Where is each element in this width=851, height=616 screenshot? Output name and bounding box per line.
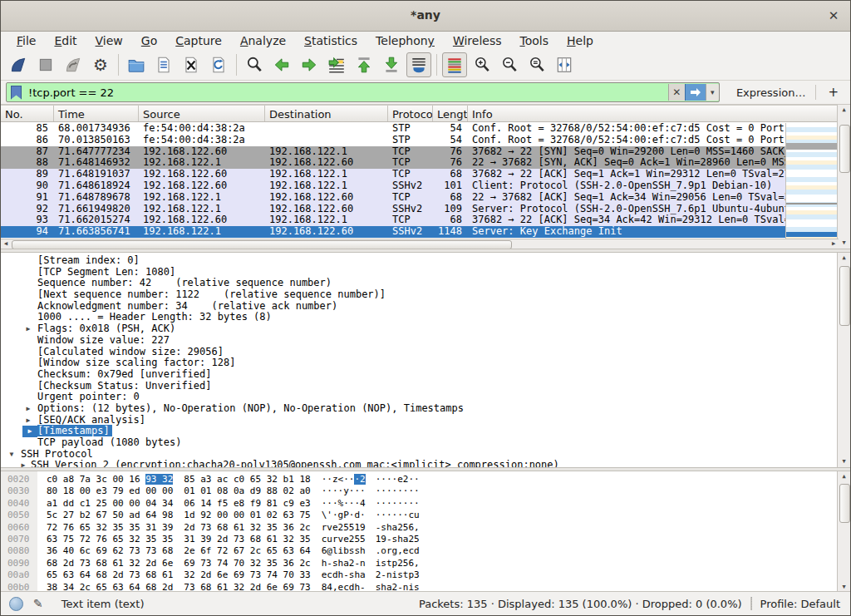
- menu-capture[interactable]: Capture: [166, 34, 231, 47]
- close-file-button[interactable]: [179, 52, 204, 77]
- go-back-button[interactable]: [269, 52, 294, 77]
- detail-line-ssh-protocol[interactable]: ▼SSH Protocol: [1, 449, 850, 461]
- detail-line[interactable]: [Stream index: 0]: [1, 255, 850, 267]
- detail-line[interactable]: Checksum: 0x79ed [unverified]: [1, 369, 850, 381]
- packet-row-91[interactable]: 9171.648789678192.168.122.1192.168.122.6…: [1, 192, 785, 204]
- display-filter-field[interactable]: ✕ ▾: [6, 82, 720, 102]
- menu-telephony[interactable]: Telephony: [366, 34, 444, 47]
- stop-capture-button[interactable]: [33, 52, 58, 77]
- menu-edit[interactable]: Edit: [45, 34, 86, 47]
- menu-statistics[interactable]: Statistics: [295, 34, 366, 47]
- display-filter-input[interactable]: [27, 86, 668, 100]
- col-source[interactable]: Source: [139, 106, 265, 121]
- hex-row[interactable]: 006072 76 65 32 35 35 31 392d 73 68 61 3…: [1, 522, 850, 534]
- go-to-top-button[interactable]: [352, 52, 376, 77]
- close-icon[interactable]: ✕: [825, 7, 842, 24]
- hex-vscrollbar[interactable]: ▲ ▼: [837, 471, 850, 593]
- expander-icon[interactable]: ▶: [22, 323, 34, 335]
- packet-row-93[interactable]: 9371.662015274192.168.122.60192.168.122.…: [1, 214, 785, 226]
- scroll-up-icon[interactable]: ▲: [838, 105, 850, 116]
- detail-line[interactable]: Sequence number: 42 (relative sequence n…: [1, 278, 850, 289]
- bookmark-icon[interactable]: [11, 86, 22, 100]
- menu-file[interactable]: File: [7, 34, 45, 47]
- expander-icon[interactable]: ▶: [22, 415, 34, 426]
- auto-scroll-button[interactable]: [406, 52, 431, 77]
- restart-capture-button[interactable]: [61, 52, 86, 77]
- zoom-in-button[interactable]: [470, 52, 494, 77]
- start-capture-button[interactable]: [6, 52, 31, 77]
- detail-line[interactable]: 1000 .... = Header Length: 32 bytes (8): [1, 312, 850, 323]
- filter-dropdown-icon[interactable]: ▾: [706, 84, 719, 101]
- scroll-left-icon[interactable]: ◀: [1, 239, 11, 249]
- go-to-packet-button[interactable]: [324, 52, 349, 77]
- col-protocol[interactable]: Protocol: [388, 106, 433, 121]
- detail-line[interactable]: TCP payload (1080 bytes): [1, 437, 850, 449]
- scroll-thumb[interactable]: [839, 484, 850, 523]
- menu-tools[interactable]: Tools: [511, 34, 558, 47]
- detail-line[interactable]: Acknowledgment number: 34 (relative ack …: [1, 301, 850, 313]
- expander-icon[interactable]: ▶: [22, 403, 34, 415]
- open-file-button[interactable]: [124, 52, 149, 77]
- packet-minimap[interactable]: [785, 123, 839, 239]
- zoom-out-button[interactable]: [497, 52, 522, 77]
- expander-icon[interactable]: ▶: [22, 426, 37, 437]
- detail-line[interactable]: Urgent pointer: 0: [1, 392, 850, 403]
- menu-wireless[interactable]: Wireless: [444, 34, 511, 47]
- hex-row[interactable]: 003080 18 00 e3 79 ed 00 0001 01 08 0a d…: [1, 485, 850, 497]
- status-profile[interactable]: Profile: Default: [760, 598, 840, 610]
- colorize-button[interactable]: [442, 52, 467, 77]
- scroll-down-icon[interactable]: ▼: [838, 456, 850, 467]
- packet-list-hscrollbar[interactable]: ◀ ▶: [1, 239, 839, 249]
- expert-info-icon[interactable]: [9, 597, 23, 611]
- add-filter-button[interactable]: +: [821, 85, 845, 100]
- packet-list-vscrollbar[interactable]: ▲ ▼: [837, 105, 850, 249]
- detail-line[interactable]: [Calculated window size: 29056]: [1, 347, 850, 358]
- save-file-button[interactable]: [151, 52, 176, 77]
- title-bar[interactable]: *any ✕: [1, 1, 850, 32]
- scroll-up-icon[interactable]: ▲: [838, 253, 850, 264]
- expression-button[interactable]: Expression…: [731, 86, 811, 99]
- scroll-right-icon[interactable]: ▶: [829, 239, 839, 249]
- zoom-reset-button[interactable]: [524, 52, 549, 77]
- packet-row-92[interactable]: 9271.661949820192.168.122.1192.168.122.6…: [1, 204, 785, 215]
- detail-line-seq-ack[interactable]: ▶[SEQ/ACK analysis]: [1, 415, 850, 426]
- col-destination[interactable]: Destination: [265, 106, 388, 121]
- menu-go[interactable]: Go: [132, 34, 166, 47]
- detail-line-flags[interactable]: ▶Flags: 0x018 (PSH, ACK): [1, 323, 850, 335]
- packet-row-94-selected[interactable]: 9471.663856741192.168.122.1192.168.122.6…: [1, 226, 785, 238]
- capture-comment-icon[interactable]: ✎: [33, 597, 43, 610]
- go-to-bottom-button[interactable]: [379, 52, 404, 77]
- detail-line-options[interactable]: ▶Options: (12 bytes), No-Operation (NOP)…: [1, 403, 850, 415]
- capture-options-button[interactable]: ⚙: [88, 52, 113, 77]
- filter-apply-button[interactable]: [685, 84, 706, 101]
- find-packet-button[interactable]: [242, 52, 267, 77]
- hex-row[interactable]: 007063 75 72 76 65 32 35 3531 39 2d 73 6…: [1, 534, 850, 545]
- packet-row-89[interactable]: 8971.648191037192.168.122.60192.168.122.…: [1, 169, 785, 180]
- packet-row-86[interactable]: 8670.013850163fe:54:00:d4:38:2aSTP54Conf…: [1, 135, 785, 146]
- detail-vscrollbar[interactable]: ▲ ▼: [837, 253, 850, 467]
- scroll-down-icon[interactable]: ▼: [838, 238, 850, 249]
- menu-help[interactable]: Help: [558, 34, 603, 47]
- detail-line[interactable]: [Checksum Status: Unverified]: [1, 381, 850, 392]
- scroll-up-icon[interactable]: ▲: [838, 471, 850, 482]
- detail-line[interactable]: [Window size scaling factor: 128]: [1, 357, 850, 369]
- hex-row[interactable]: 0020c0 a8 7a 3c 00 16 93 3285 a3 ac c0 6…: [1, 474, 850, 485]
- hex-row[interactable]: 008036 40 6c 69 62 73 73 682e 6f 72 67 2…: [1, 545, 850, 557]
- col-time[interactable]: Time: [54, 106, 139, 121]
- packet-row-85[interactable]: 8568.001734936fe:54:00:d4:38:2aSTP54Conf…: [1, 123, 785, 135]
- col-no[interactable]: No.: [1, 106, 54, 121]
- packet-row-90[interactable]: 9071.648618924192.168.122.60192.168.122.…: [1, 180, 785, 192]
- menu-view[interactable]: View: [86, 34, 132, 47]
- packet-row-88[interactable]: 8871.648146932192.168.122.1192.168.122.6…: [1, 157, 785, 169]
- detail-line[interactable]: [Next sequence number: 1122 (relative se…: [1, 289, 850, 301]
- filter-clear-icon[interactable]: ✕: [668, 84, 685, 101]
- col-length[interactable]: Length: [433, 106, 468, 121]
- expander-icon[interactable]: ▼: [6, 449, 17, 461]
- go-forward-button[interactable]: [297, 52, 322, 77]
- packet-row-87[interactable]: 8771.647777234192.168.122.60192.168.122.…: [1, 146, 785, 158]
- detail-line[interactable]: Window size value: 227: [1, 335, 850, 347]
- detail-line-timestamps-selected[interactable]: ▶[Timestamps]: [1, 426, 850, 437]
- hex-row[interactable]: 00a065 63 64 68 2d 73 68 6132 2d 6e 69 7…: [1, 569, 850, 581]
- col-info[interactable]: Info: [468, 106, 839, 121]
- hex-row[interactable]: 00505c 27 b2 67 50 ad 64 981d 92 00 00 0…: [1, 510, 850, 521]
